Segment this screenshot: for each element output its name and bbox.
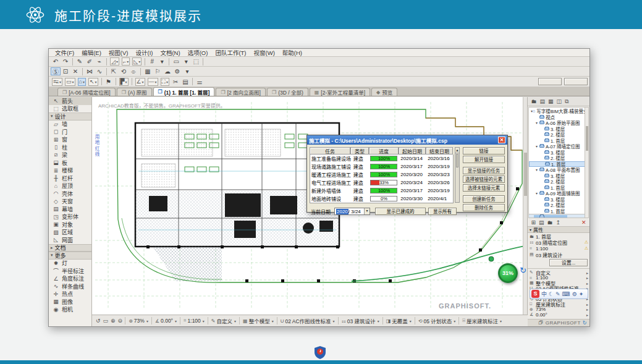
解开链接-button[interactable]: 解开链接 — [463, 156, 505, 163]
skin-icon[interactable]: ✦ — [579, 291, 584, 297]
mark-icon[interactable]: ⚑ — [104, 78, 114, 86]
显示链接的任务-button[interactable]: 显示链接的任务 — [463, 167, 505, 174]
wall-favorite-dropdown[interactable]: ◿▾ — [110, 57, 119, 66]
task-row[interactable]: 施工准备临建设场建造100%2020/3/142020/3/16 — [310, 154, 453, 163]
statusbar-item[interactable]: ⟲05 计划状态▾ — [418, 317, 456, 324]
more-dropdown-icon[interactable]: ▾ — [182, 67, 192, 75]
view-tab[interactable]: ❐[2 南向立面图] — [216, 88, 266, 96]
tree-vertical-scrollbar[interactable] — [585, 108, 588, 218]
snap-off-icon[interactable]: ✕ — [70, 67, 80, 75]
mesh-tool[interactable]: ◺网面 — [49, 236, 91, 244]
curtain-wall-tool[interactable]: ▤幕墙 — [49, 205, 91, 213]
menu-item[interactable]: 选项(O) — [184, 48, 212, 57]
roof-tool[interactable]: ⌂屋顶 — [49, 182, 91, 190]
menu-item[interactable]: 团队工作(T) — [211, 48, 250, 57]
skylight-tool[interactable]: ◇天窗 — [49, 198, 91, 206]
menu-item[interactable]: 文档(N) — [156, 48, 184, 57]
statusbar-item[interactable]: U02 AC作图线性标准▾ — [281, 317, 335, 324]
fit-view-icon[interactable]: ▭ — [103, 318, 109, 324]
door-tool[interactable]: ◻门 — [49, 128, 91, 136]
lamp-tool[interactable]: ✹灯 — [49, 260, 91, 268]
publisher-icon[interactable]: ⧉ — [565, 98, 568, 105]
view-tab[interactable]: ❐[A-06 隔墙定位图] — [57, 88, 116, 96]
grid-dropdown-icon[interactable]: ▾ — [157, 57, 167, 66]
settings-icon[interactable]: ⚙ — [172, 67, 182, 75]
handwrite-icon[interactable]: ✎ — [555, 291, 560, 297]
column-header-类型[interactable]: 类型 — [350, 147, 369, 154]
task-table-scrollbar[interactable]: ▲ — [455, 147, 460, 203]
statusbar-item[interactable]: ∡0.00°▾ — [155, 318, 177, 324]
dialog-title-bar[interactable]: 施工模拟 - C:\Users\Administrator\Desktop\施工… — [307, 135, 507, 145]
clone-folder-icon[interactable]: 🖿 — [547, 219, 553, 226]
fullhalf-icon[interactable]: ☾ — [549, 291, 554, 297]
angle-dropdown[interactable]: ∠▾ — [135, 78, 145, 86]
current-date-field[interactable]: 2020 / 3/24 ▾ — [334, 208, 370, 215]
column-header-进度[interactable]: 进度 — [369, 147, 399, 154]
zoom-out-icon[interactable]: ⊖ — [118, 318, 123, 324]
view-tab[interactable]: ❐(A) 原图 — [117, 88, 152, 96]
zone-tool[interactable]: ▨区域 — [49, 229, 91, 237]
marquee-tool[interactable]: ⬚选取框 — [49, 105, 91, 113]
property-row[interactable]: ⌗1:100⚠ — [528, 245, 589, 252]
wall-tool[interactable]: ▱墙 — [49, 121, 91, 129]
quick-option-row[interactable]: ⊕73%▸ — [528, 307, 589, 313]
settings-button[interactable]: 设置... — [549, 259, 588, 266]
blank-button-2[interactable] — [564, 78, 588, 85]
back-icon[interactable]: ↺ — [96, 318, 101, 324]
hatch-icon[interactable]: ▦ — [143, 67, 153, 75]
more-section[interactable]: ▾更多 — [49, 252, 91, 260]
refresh-icon[interactable]: ↻ — [583, 320, 587, 326]
shell-tool[interactable]: ◠壳体 — [49, 190, 91, 198]
up-icon[interactable]: ↥ — [556, 219, 561, 226]
show-all-button[interactable]: 显示所有 — [428, 208, 457, 215]
dialog-close-button[interactable]: ✕ — [498, 137, 505, 143]
menu-item[interactable]: 设计(I) — [132, 48, 156, 57]
beam-favorite-dropdown[interactable]: ⌐▾ — [122, 57, 130, 66]
radial-dimension-tool[interactable]: ⌒半径标注 — [49, 267, 91, 275]
window-tool[interactable]: ⊞窗 — [49, 136, 91, 144]
trim-icon[interactable]: ✂ — [171, 78, 180, 86]
slab-tool[interactable]: ⬓板 — [49, 159, 91, 167]
stair-tool[interactable]: ≣楼梯 — [49, 167, 91, 175]
quick-option-row[interactable]: ⌗1:100▸ — [528, 276, 589, 281]
column-tool[interactable]: ▯柱 — [49, 143, 91, 151]
menu-item[interactable]: 文件(F) — [51, 48, 78, 57]
property-row[interactable]: ▤03 建筑设计 — [528, 252, 589, 258]
statusbar-item[interactable]: ◨无覆盖▾ — [386, 317, 412, 324]
选择未链接元素-button[interactable]: 选择未链接元素 — [463, 184, 505, 192]
object-tool[interactable]: ▣对象 — [49, 221, 91, 229]
hotspot-tool[interactable]: ✛热点 — [49, 290, 91, 298]
tree-horizontal-scrollbar[interactable] — [529, 214, 585, 218]
view-tab[interactable]: ▦[2-室外工程量清单] — [310, 88, 370, 96]
date-dropdown-icon[interactable]: ▾ — [364, 208, 370, 214]
frame-dropdown[interactable]: ⛶▾ — [161, 78, 169, 86]
morph-tool[interactable]: ◳变形体 — [49, 213, 91, 221]
split-icon[interactable]: ▤ — [180, 78, 190, 86]
undo-icon[interactable]: ↶ — [51, 57, 61, 66]
statusbar-item[interactable]: ▦整个模型▾ — [243, 317, 274, 324]
sync-arrow-icon[interactable]: ↻ — [520, 266, 526, 275]
spline-tool[interactable]: ∿样条曲线 — [49, 282, 91, 290]
view-tab[interactable]: ❐(1) 1. 首层 [1. 首层] — [153, 87, 215, 96]
roof-favorite-dropdown[interactable]: ◺▾ — [132, 57, 141, 66]
arrow-mode-dropdown[interactable]: ↖▾ — [88, 78, 98, 86]
pick-pen-icon[interactable]: ✐ — [85, 57, 95, 66]
line-dropdown[interactable]: —▾ — [148, 78, 158, 86]
flag-icon[interactable]: ⚐ — [153, 67, 163, 75]
blank-button-1[interactable] — [538, 78, 562, 85]
statusbar-item[interactable]: ⌹厘米建筑标注▾ — [462, 317, 502, 324]
task-row[interactable]: 现场道路施工铺设建造100%2020/3/172020/3/19 — [310, 163, 453, 171]
view-tab[interactable]: ◆预览 — [371, 88, 397, 96]
创建新任务-button[interactable]: 创建新任务 — [463, 195, 505, 203]
delete-icon[interactable]: ✕ — [581, 219, 586, 226]
arrow-tool[interactable]: ↖箭头 — [49, 97, 91, 105]
pen-icon[interactable]: ✎ — [75, 57, 85, 66]
shape-icon[interactable]: ▭ — [171, 57, 181, 66]
property-row[interactable]: ⚏03 隔墙定位图⚠ — [528, 239, 589, 245]
cloud-icon[interactable]: ☁ — [163, 67, 172, 75]
view-tab[interactable]: ❐(3D / 全部) — [267, 88, 308, 96]
layout-book-icon[interactable]: ◫ — [557, 98, 562, 104]
menu-item[interactable]: 编辑(E) — [78, 48, 105, 57]
task-row[interactable]: 地面地砖铺设建造0%2020/3/302020/4/1 — [310, 195, 453, 203]
new-folder-icon[interactable]: ⊞ — [531, 219, 536, 226]
